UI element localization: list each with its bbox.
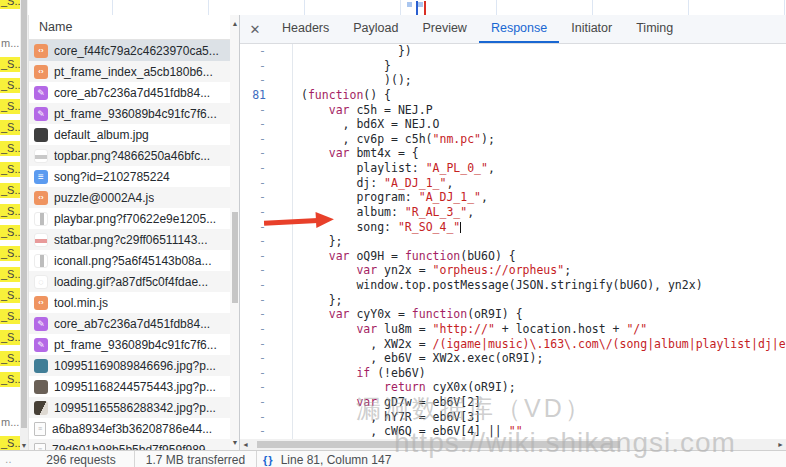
js-icon: ‹› xyxy=(34,44,48,58)
name-column-header[interactable]: Name xyxy=(29,15,240,40)
domcontentloaded-marker xyxy=(416,1,418,15)
code-token: program: xyxy=(301,190,419,204)
code-text: (function() { xyxy=(292,88,786,103)
code-token: var xyxy=(329,307,350,321)
code-text: var bmt4x = { xyxy=(292,146,786,161)
scrollbar-thumb[interactable] xyxy=(21,0,27,428)
code-line: - var oQ9H = function(bU6O) { xyxy=(240,249,786,264)
code-token: , xyxy=(481,190,488,204)
mini-request-item[interactable]: _S... xyxy=(0,99,20,114)
code-text: , XW2x = /(igame|music)\.163\.com\/(song… xyxy=(292,337,786,352)
edited-script-icon: ✎ xyxy=(34,107,48,121)
tab-headers[interactable]: Headers xyxy=(270,15,341,43)
clipped-request-column: _S...m..._S..._S..._S..._S..._S..._S..._… xyxy=(0,0,20,450)
table-row[interactable]: ≡79d601b98b5b5bd7f959f989... xyxy=(29,439,230,450)
table-row[interactable]: ‹›core_f44fc79a2c4623970ca5... xyxy=(29,40,230,61)
edited-script-icon: ✎ xyxy=(34,86,48,100)
table-row[interactable]: default_album.jpg xyxy=(29,124,230,145)
network-overview-strip[interactable] xyxy=(28,0,786,16)
scrollbar-down-icon[interactable]: ▼ xyxy=(20,442,28,449)
mini-request-item[interactable]: _S... xyxy=(0,351,20,366)
scrollbar-thumb[interactable] xyxy=(232,212,238,303)
table-row[interactable]: 109951168244575443.jpg?p... xyxy=(29,376,230,397)
mini-request-item[interactable]: _S... xyxy=(0,330,20,345)
mini-request-item[interactable]: _S... xyxy=(0,120,20,135)
line-number: - xyxy=(240,249,292,264)
timeline-gridline xyxy=(208,0,209,15)
code-token: c5h = NEJ.P xyxy=(349,103,432,117)
mini-request-item[interactable]: _S... xyxy=(0,288,20,303)
code-line: - , cv6p = c5h("nm.pc"); xyxy=(240,132,786,147)
timeline-gridline xyxy=(688,0,689,15)
scrollbar-left-icon[interactable]: ◄ xyxy=(242,439,249,450)
tab-preview[interactable]: Preview xyxy=(410,15,478,43)
mini-request-item[interactable]: _S... xyxy=(0,162,20,177)
code-line: 81(function() { xyxy=(240,88,786,103)
table-row[interactable]: ✎core_ab7c236a7d451fdb84... xyxy=(29,82,230,103)
close-icon[interactable]: ✕ xyxy=(240,15,270,43)
mini-request-item[interactable]: _S... xyxy=(0,57,20,72)
table-row[interactable]: statbar.png?c29ff06511143... xyxy=(29,229,230,250)
line-number: - xyxy=(240,410,292,425)
mini-request-item[interactable]: m... xyxy=(0,415,20,430)
table-row[interactable]: ✎core_ab7c236a7d451fdb84... xyxy=(29,313,230,334)
tab-payload[interactable]: Payload xyxy=(341,15,410,43)
pretty-print-icon[interactable]: { } xyxy=(263,454,272,466)
scrollbar-right-icon[interactable]: ► xyxy=(777,439,784,450)
file-name: 109951169089846696.jpg?p... xyxy=(54,359,216,373)
code-token: oQ9H = xyxy=(349,249,404,263)
code-token xyxy=(301,322,356,336)
transferred-size: 1.7 MB transferred xyxy=(135,451,257,467)
code-text: if (!eb6V) xyxy=(292,366,786,381)
table-row[interactable]: ≡a6ba8934ef3b36208786e44... xyxy=(29,418,230,439)
code-token xyxy=(301,366,356,380)
table-row[interactable]: ≡song?id=2102785224 xyxy=(29,166,230,187)
code-text: } xyxy=(292,59,786,74)
line-number: - xyxy=(240,234,292,249)
code-token: function xyxy=(405,249,460,263)
tab-timing[interactable]: Timing xyxy=(624,15,685,43)
mini-column-scrollbar[interactable]: ▼ xyxy=(20,0,28,450)
text-cursor xyxy=(460,222,461,233)
table-row[interactable]: 109951165586288342.jpg?p... xyxy=(29,397,230,418)
code-token: function xyxy=(308,88,363,102)
mini-request-item[interactable]: _S... xyxy=(0,141,20,156)
mini-request-item[interactable]: _S... xyxy=(0,267,20,282)
mini-request-item[interactable]: _S... xyxy=(0,372,20,387)
mini-request-item[interactable]: _S... xyxy=(0,183,20,198)
timeline-gridline xyxy=(784,0,785,15)
code-token: /(igame|music)\.163\.com\/(song|album|pl… xyxy=(433,337,786,351)
mini-request-item[interactable]: _S... xyxy=(0,0,20,9)
file-name: statbar.png?c29ff06511143... xyxy=(54,233,207,247)
mini-request-item[interactable]: _S... xyxy=(0,225,20,240)
code-token: ( xyxy=(301,88,308,102)
table-row[interactable]: ✎pt_frame_936089b4c91fc7f6... xyxy=(29,103,230,124)
table-row[interactable]: playbar.png?f70622e9e1205... xyxy=(29,208,230,229)
mini-request-item[interactable]: _S... xyxy=(0,78,20,93)
document-blue-icon: ≡ xyxy=(34,170,48,184)
table-row[interactable]: 109951169089846696.jpg?p... xyxy=(29,355,230,376)
code-token: window.top.postMessage(JSON.stringify(bU… xyxy=(301,278,703,292)
line-number: - xyxy=(240,59,292,74)
mini-request-item[interactable]: _S... xyxy=(0,309,20,324)
file-name: tool.min.js xyxy=(54,296,108,310)
table-row[interactable]: ‹›pt_frame_index_a5cb180b6... xyxy=(29,61,230,82)
table-row[interactable]: ‹›puzzle@0002A4.js xyxy=(29,187,230,208)
tab-initiator[interactable]: Initiator xyxy=(559,15,624,43)
devtools-network-panel: _S...m..._S..._S..._S..._S..._S..._S..._… xyxy=(0,0,786,467)
line-number: - xyxy=(240,73,292,88)
table-row[interactable]: ‹›tool.min.js xyxy=(29,292,230,313)
code-text: )(); xyxy=(292,73,786,88)
mini-request-item[interactable]: _S... xyxy=(0,204,20,219)
table-row[interactable]: topbar.png?4866250a46bfc... xyxy=(29,145,230,166)
mini-request-item[interactable]: m... xyxy=(0,36,20,51)
table-row[interactable]: ✎pt_frame_936089b4c91fc7f6... xyxy=(29,334,230,355)
mini-request-item[interactable]: _S... xyxy=(0,436,20,450)
file-name: pt_frame_936089b4c91fc7f6... xyxy=(54,338,217,352)
tab-response[interactable]: Response xyxy=(479,15,559,43)
file-name: 109951168244575443.jpg?p... xyxy=(54,380,216,394)
table-row[interactable]: iconall.png?5a6f45143b08a... xyxy=(29,250,230,271)
code-token xyxy=(301,395,356,409)
mini-request-item[interactable]: _S... xyxy=(0,246,20,261)
table-row[interactable]: ◌loading.gif?a87df5c0f4fdae... xyxy=(29,271,230,292)
